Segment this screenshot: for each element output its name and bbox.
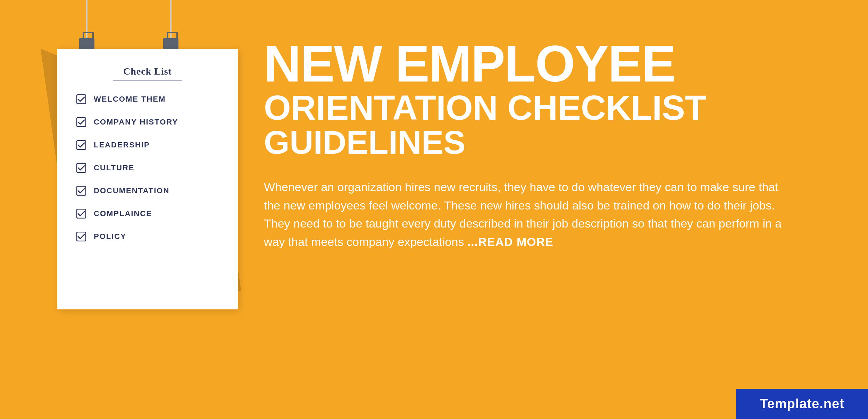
list-item: DOCUMENTATION xyxy=(76,186,238,196)
checkbox-icon xyxy=(76,209,86,219)
paper-title-underline xyxy=(113,80,182,80)
list-item-label: COMPLAINCE xyxy=(94,209,152,218)
list-item-label: COMPANY HISTORY xyxy=(94,118,178,127)
hero-title-line3: GUIDELINES xyxy=(264,126,799,159)
list-item: LEADERSHIP xyxy=(76,140,238,150)
hero-title-line2: ORIENTATION CHECKLIST xyxy=(264,89,799,126)
checkbox-icon xyxy=(76,186,86,196)
template-badge: Template.net xyxy=(736,389,868,419)
checklist-paper: Check List WELCOME THEM COMPANY HISTORY … xyxy=(57,49,238,309)
checkbox-icon xyxy=(76,232,86,241)
list-item: WELCOME THEM xyxy=(76,94,238,104)
checkbox-icon xyxy=(76,140,86,150)
paper-title: Check List xyxy=(57,49,238,77)
checklist: WELCOME THEM COMPANY HISTORY LEADERSHIP … xyxy=(57,94,238,241)
template-badge-text: Template.net xyxy=(760,396,844,411)
hero-title-line1: NEW EMPLOYEE xyxy=(264,38,799,89)
checkbox-icon xyxy=(76,94,86,104)
list-item-label: CULTURE xyxy=(94,163,134,172)
list-item: POLICY xyxy=(76,232,238,241)
list-item-label: DOCUMENTATION xyxy=(94,186,169,195)
hero-section: NEW EMPLOYEE ORIENTATION CHECKLIST GUIDE… xyxy=(264,38,826,251)
list-item-label: LEADERSHIP xyxy=(94,140,150,149)
hero-description: Whenever an organization hires new recru… xyxy=(264,178,785,251)
list-item-label: WELCOME THEM xyxy=(94,95,166,104)
read-more-link[interactable]: ...READ MORE xyxy=(467,235,553,248)
list-item-label: POLICY xyxy=(94,232,126,241)
list-item: COMPLAINCE xyxy=(76,209,238,219)
checkbox-icon xyxy=(76,163,86,173)
list-item: CULTURE xyxy=(76,163,238,173)
list-item: COMPANY HISTORY xyxy=(76,117,238,127)
checkbox-icon xyxy=(76,117,86,127)
